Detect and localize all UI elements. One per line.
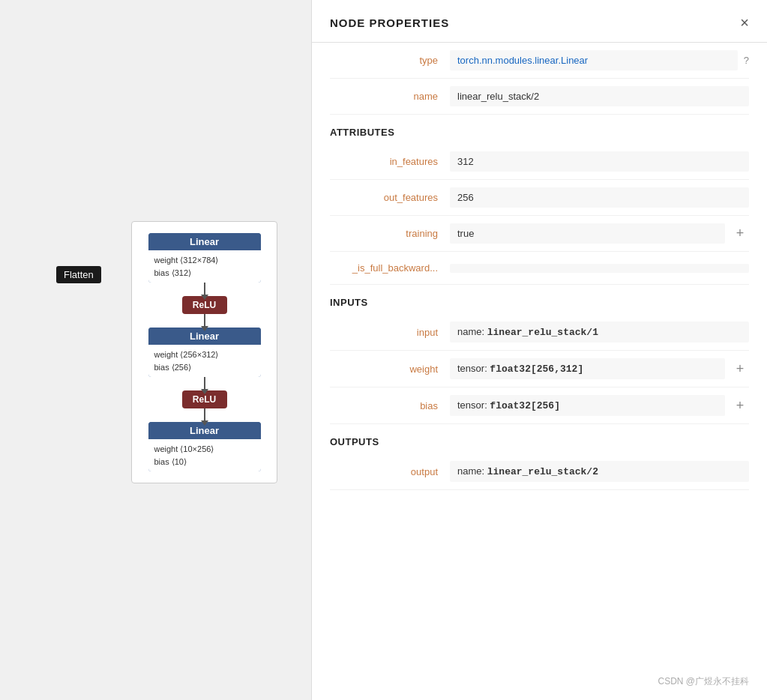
close-button[interactable]: ×: [740, 15, 749, 30]
input-value: name: linear_relu_stack/1: [450, 322, 749, 343]
backward-label: _is_full_backward...: [330, 262, 450, 274]
panel-header: NODE PROPERTIES ×: [312, 0, 767, 43]
arrow-1: [204, 283, 205, 296]
name-value: linear_relu_stack/2: [450, 86, 749, 106]
node-linear-1[interactable]: Linear weight ⟨312×784⟩ bias ⟨312⟩: [148, 233, 261, 283]
name-row: name linear_relu_stack/2: [330, 79, 749, 115]
type-label: type: [330, 55, 450, 66]
in-features-row: in_features 312: [330, 144, 749, 180]
weight-expand-button[interactable]: +: [731, 361, 749, 377]
panel-title: NODE PROPERTIES: [330, 16, 449, 29]
training-label: training: [330, 228, 450, 239]
node-linear-3[interactable]: Linear weight ⟨10×256⟩ bias ⟨10⟩: [148, 422, 261, 471]
attributes-section-title: ATTRIBUTES: [330, 115, 749, 144]
arrow-4: [204, 408, 205, 422]
weight-row: weight tensor: float32[256,312] +: [330, 351, 749, 387]
output-label: output: [330, 466, 450, 477]
bias-label: bias: [330, 400, 450, 411]
out-features-row: out_features 256: [330, 180, 749, 216]
training-value-container: true +: [450, 223, 749, 244]
input-label: input: [330, 327, 450, 338]
arrow-3: [204, 377, 205, 390]
right-panel: NODE PROPERTIES × type torch.nn.modules.…: [311, 0, 767, 700]
watermark: CSDN @广煜永不挂科: [658, 675, 749, 688]
outputs-section-title: OUTPUTS: [330, 424, 749, 453]
node-body-2: weight ⟨256×312⟩ bias ⟨256⟩: [148, 345, 261, 377]
bias-value: tensor: float32[256]: [450, 395, 725, 416]
weight-value: tensor: float32[256,312]: [450, 358, 725, 379]
training-row: training true +: [330, 216, 749, 252]
out-features-value: 256: [450, 187, 749, 208]
out-features-label: out_features: [330, 192, 450, 203]
output-row: output name: linear_relu_stack/2: [330, 453, 749, 490]
question-icon[interactable]: ?: [744, 55, 749, 66]
bias-value-container: tensor: float32[256] +: [450, 395, 749, 416]
in-features-label: in_features: [330, 156, 450, 167]
bias-expand-button[interactable]: +: [731, 398, 749, 414]
node-title-1: Linear: [148, 233, 261, 250]
training-expand-button[interactable]: +: [731, 226, 749, 241]
name-label: name: [330, 91, 450, 102]
diagram-container: Linear weight ⟨312×784⟩ bias ⟨312⟩ ReLU …: [131, 221, 277, 483]
type-row: type torch.nn.modules.linear.Linear ?: [330, 43, 749, 79]
in-features-value: 312: [450, 151, 749, 172]
bias-row: bias tensor: float32[256] +: [330, 387, 749, 424]
type-value-container: torch.nn.modules.linear.Linear ?: [450, 50, 749, 70]
training-value: true: [450, 223, 725, 244]
properties-content: type torch.nn.modules.linear.Linear ? na…: [312, 43, 767, 490]
weight-label: weight: [330, 363, 450, 375]
output-value: name: linear_relu_stack/2: [450, 461, 749, 482]
inputs-section-title: INPUTS: [330, 285, 749, 314]
flatten-label: Flatten: [56, 266, 101, 283]
arrow-2: [204, 314, 205, 328]
input-row: input name: linear_relu_stack/1: [330, 314, 749, 351]
node-body-3: weight ⟨10×256⟩ bias ⟨10⟩: [148, 439, 261, 471]
node-linear-2[interactable]: Linear weight ⟨256×312⟩ bias ⟨256⟩: [148, 328, 261, 377]
type-value: torch.nn.modules.linear.Linear: [450, 50, 738, 70]
backward-row: _is_full_backward...: [330, 252, 749, 285]
node-body-1: weight ⟨312×784⟩ bias ⟨312⟩: [148, 250, 261, 283]
backward-value: [450, 264, 749, 273]
left-panel: Flatten Linear weight ⟨312×784⟩ bias ⟨31…: [0, 0, 311, 700]
weight-value-container: tensor: float32[256,312] +: [450, 358, 749, 379]
